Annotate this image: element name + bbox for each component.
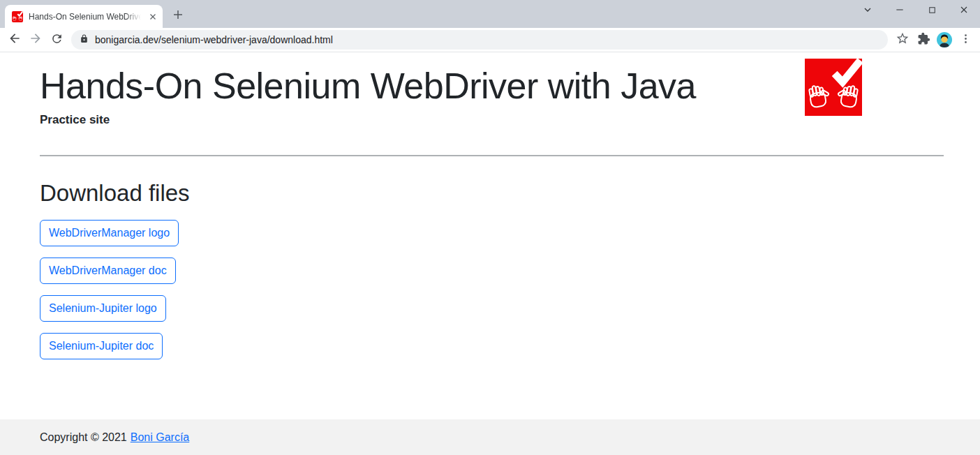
new-tab-button[interactable] (168, 5, 188, 24)
extensions-button[interactable] (913, 29, 934, 50)
arrow-right-icon (29, 31, 43, 48)
browser-window: Hands-On Selenium WebDriver w (0, 0, 980, 455)
url-text: bonigarcia.dev/selenium-webdriver-java/d… (95, 34, 333, 45)
button-row: WebDriverManager logo (40, 220, 944, 246)
download-selenium-jupiter-doc-button[interactable]: Selenium-Jupiter doc (40, 333, 163, 359)
maximize-button[interactable] (916, 0, 948, 22)
author-link[interactable]: Boni García (131, 431, 189, 444)
window-controls (852, 0, 980, 22)
puzzle-piece-icon (917, 32, 930, 48)
tab-title: Hands-On Selenium WebDriver w (29, 12, 141, 22)
star-outline-icon (896, 31, 910, 48)
site-favicon-icon (12, 11, 23, 22)
download-selenium-jupiter-logo-button[interactable]: Selenium-Jupiter logo (40, 295, 166, 322)
copyright-text: Copyright © 2021 (40, 431, 127, 444)
browser-tab[interactable]: Hands-On Selenium WebDriver w (5, 5, 163, 28)
close-window-button[interactable] (948, 0, 980, 22)
refresh-button[interactable] (46, 29, 67, 50)
chevron-down-icon (862, 4, 873, 18)
profile-avatar[interactable] (934, 29, 955, 50)
minimize-icon (894, 4, 905, 18)
close-icon (958, 4, 970, 18)
avatar-image (937, 32, 952, 47)
download-webdrivermanager-doc-button[interactable]: WebDriverManager doc (40, 258, 176, 284)
refresh-icon (50, 32, 64, 48)
footer: Copyright © 2021 Boni García (0, 419, 980, 455)
tab-search-button[interactable] (852, 0, 884, 22)
button-row: Selenium-Jupiter doc (40, 333, 944, 359)
forward-button[interactable] (25, 29, 46, 50)
download-webdrivermanager-logo-button[interactable]: WebDriverManager logo (40, 220, 179, 246)
button-row: WebDriverManager doc (40, 258, 944, 284)
page-viewport: Hands-On Selenium WebDriver with Java Pr… (0, 52, 980, 455)
page-content: Hands-On Selenium WebDriver with Java Pr… (0, 52, 980, 419)
tab-close-icon[interactable] (147, 10, 158, 22)
arrow-left-icon (8, 31, 22, 48)
maximize-icon (927, 5, 937, 18)
site-logo (805, 59, 862, 116)
three-dots-icon (960, 33, 972, 47)
browser-toolbar: bonigarcia.dev/selenium-webdriver-java/d… (0, 28, 980, 52)
button-row: Selenium-Jupiter logo (40, 295, 944, 322)
section-title: Download files (40, 177, 944, 209)
bookmark-star-button[interactable] (892, 29, 913, 50)
browser-menu-button[interactable] (955, 29, 976, 50)
minimize-button[interactable] (884, 0, 916, 22)
address-bar[interactable]: bonigarcia.dev/selenium-webdriver-java/d… (71, 30, 888, 50)
back-button[interactable] (4, 29, 25, 50)
tab-strip: Hands-On Selenium WebDriver w (0, 0, 980, 28)
lock-icon (80, 33, 89, 46)
divider (40, 155, 944, 156)
